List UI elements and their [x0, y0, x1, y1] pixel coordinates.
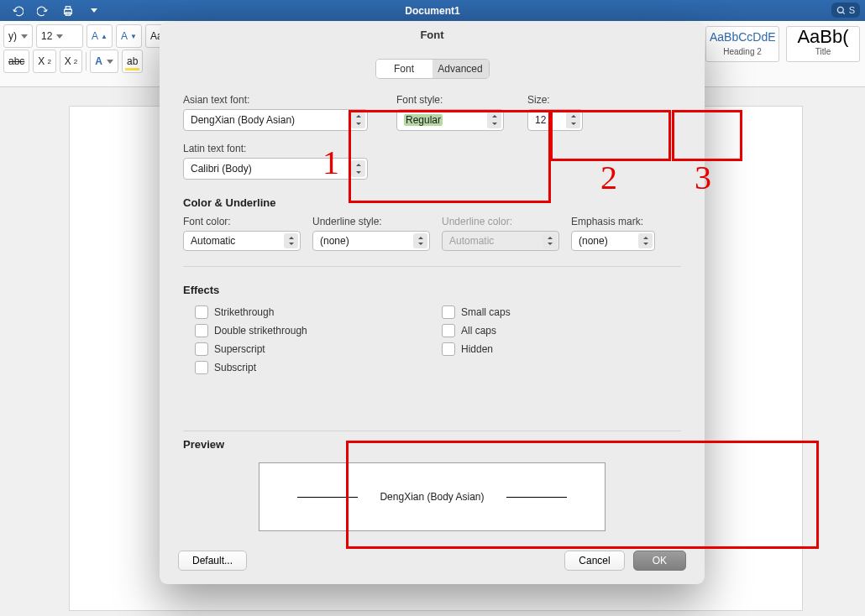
latin-font-combo[interactable]: Calibri (Body) [183, 158, 368, 180]
underline-color-combo: Automatic [442, 231, 559, 251]
effects-title: Effects [183, 284, 681, 296]
undo-icon[interactable] [10, 3, 25, 18]
checkbox-strikethrough[interactable]: Strikethrough [195, 305, 430, 319]
qat-customize-icon[interactable] [86, 3, 101, 18]
underline-color-label: Underline color: [442, 216, 559, 227]
checkbox-hidden[interactable]: Hidden [442, 342, 610, 356]
dialog-title: Font [160, 22, 705, 49]
subscript-button[interactable]: X2 [33, 50, 55, 73]
svg-rect-1 [66, 6, 70, 9]
tab-advanced[interactable]: Advanced [432, 60, 489, 78]
font-color-combo[interactable]: Automatic [183, 231, 301, 251]
asian-font-combo[interactable]: DengXian (Body Asian) [183, 109, 368, 131]
font-color-label: Font color: [183, 216, 301, 227]
latin-font-label: Latin text font: [183, 143, 368, 154]
underline-style-label: Underline style: [312, 216, 430, 227]
shrink-font-button[interactable]: A▼ [116, 24, 142, 48]
redo-icon[interactable] [35, 3, 50, 18]
document-title: Document1 [405, 5, 459, 17]
dialog-tabs: Font Advanced [375, 59, 490, 79]
underline-style-combo[interactable]: (none) [312, 231, 430, 251]
checkbox-double-strikethrough[interactable]: Double strikethrough [195, 324, 430, 337]
app-title-bar: Document1 S [0, 0, 865, 21]
font-style-label: Font style: [396, 94, 504, 106]
style-heading-2[interactable]: AaBbCcDdE Heading 2 [705, 26, 779, 62]
search-field[interactable]: S [831, 3, 860, 18]
svg-point-3 [837, 7, 843, 13]
emphasis-mark-combo[interactable]: (none) [571, 231, 655, 251]
font-style-combo[interactable]: Regular [396, 109, 504, 131]
font-family-dropdown-tail[interactable]: y) [3, 24, 33, 48]
checkbox-subscript[interactable]: Subscript [195, 361, 430, 374]
grow-font-button[interactable]: A▲ [86, 24, 113, 48]
font-size-label: Size: [527, 94, 583, 106]
emphasis-mark-label: Emphasis mark: [571, 216, 655, 227]
superscript-button[interactable]: X2 [60, 50, 82, 73]
color-underline-title: Color & Underline [183, 196, 681, 209]
preview-text: DengXian (Body Asian) [380, 491, 484, 503]
font-dialog: Font Font Advanced Asian text font: Deng… [160, 22, 705, 584]
ok-button[interactable]: OK [633, 551, 686, 571]
tab-font[interactable]: Font [376, 60, 432, 78]
checkbox-small-caps[interactable]: Small caps [442, 305, 610, 319]
preview-title: Preview [183, 438, 681, 451]
highlight-button[interactable]: ab [122, 50, 143, 73]
checkbox-all-caps[interactable]: All caps [442, 324, 610, 337]
preview-box: DengXian (Body Asian) [259, 462, 606, 531]
font-size-combo[interactable]: 12 [527, 109, 583, 131]
cancel-button[interactable]: Cancel [564, 551, 624, 571]
search-text: S [849, 5, 855, 15]
print-icon[interactable] [60, 3, 76, 18]
strikethrough-button[interactable]: abc [3, 50, 29, 73]
font-size-input[interactable]: 12 [36, 24, 83, 48]
asian-font-label: Asian text font: [183, 94, 368, 106]
checkbox-superscript[interactable]: Superscript [195, 342, 430, 356]
style-title[interactable]: AaBb( Title [786, 26, 860, 62]
text-effects-button[interactable]: A [90, 50, 118, 73]
default-button[interactable]: Default... [178, 551, 247, 571]
